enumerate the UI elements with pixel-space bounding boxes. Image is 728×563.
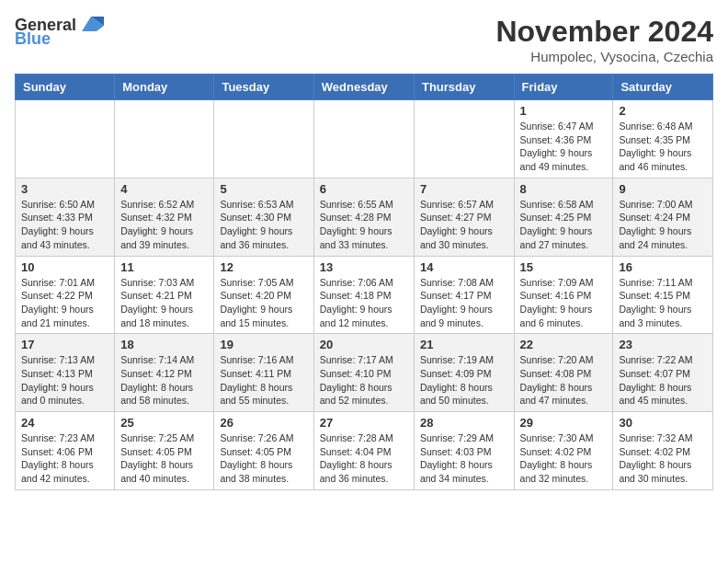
calendar-cell: 14Sunrise: 7:08 AM Sunset: 4:17 PM Dayli… (414, 256, 514, 334)
calendar-week-row: 10Sunrise: 7:01 AM Sunset: 4:22 PM Dayli… (16, 256, 713, 334)
calendar-week-row: 1Sunrise: 6:47 AM Sunset: 4:36 PM Daylig… (16, 100, 713, 178)
day-info: Sunrise: 7:09 AM Sunset: 4:16 PM Dayligh… (520, 276, 608, 330)
day-number: 22 (520, 338, 608, 351)
day-number: 20 (320, 338, 408, 351)
day-number: 4 (120, 182, 208, 196)
calendar-cell: 1Sunrise: 6:47 AM Sunset: 4:36 PM Daylig… (514, 100, 613, 178)
calendar-cell: 13Sunrise: 7:06 AM Sunset: 4:18 PM Dayli… (313, 256, 414, 334)
day-info: Sunrise: 6:53 AM Sunset: 4:30 PM Dayligh… (220, 198, 307, 252)
calendar-cell (115, 100, 214, 178)
day-info: Sunrise: 7:25 AM Sunset: 4:05 PM Dayligh… (120, 431, 208, 486)
day-number: 17 (21, 338, 108, 351)
day-info: Sunrise: 7:22 AM Sunset: 4:07 PM Dayligh… (619, 353, 707, 408)
day-number: 10 (21, 260, 108, 274)
day-number: 3 (21, 182, 108, 196)
day-info: Sunrise: 6:50 AM Sunset: 4:33 PM Dayligh… (21, 198, 108, 252)
calendar-week-row: 3Sunrise: 6:50 AM Sunset: 4:33 PM Daylig… (16, 178, 713, 256)
calendar-cell: 4Sunrise: 6:52 AM Sunset: 4:32 PM Daylig… (115, 178, 214, 256)
logo-blue: Blue (15, 29, 51, 49)
day-info: Sunrise: 6:47 AM Sunset: 4:36 PM Dayligh… (520, 120, 608, 174)
day-number: 13 (320, 260, 408, 274)
logo: General Blue (15, 15, 104, 49)
day-number: 2 (619, 104, 707, 118)
calendar-cell: 2Sunrise: 6:48 AM Sunset: 4:35 PM Daylig… (613, 100, 713, 178)
day-info: Sunrise: 7:01 AM Sunset: 4:22 PM Dayligh… (21, 276, 108, 330)
page-header: General Blue November 2024 Humpolec, Vys… (15, 15, 713, 64)
calendar-header-sunday: Sunday (16, 75, 115, 100)
day-number: 25 (120, 416, 208, 430)
day-info: Sunrise: 7:19 AM Sunset: 4:09 PM Dayligh… (420, 353, 508, 408)
calendar-cell: 17Sunrise: 7:13 AM Sunset: 4:13 PM Dayli… (16, 334, 115, 412)
calendar-cell: 12Sunrise: 7:05 AM Sunset: 4:20 PM Dayli… (214, 256, 313, 334)
day-number: 26 (220, 416, 307, 430)
day-number: 14 (420, 260, 508, 274)
calendar-cell (313, 100, 414, 178)
day-info: Sunrise: 7:28 AM Sunset: 4:04 PM Dayligh… (320, 431, 408, 486)
day-number: 7 (420, 182, 508, 196)
day-number: 11 (120, 260, 208, 274)
calendar-cell: 18Sunrise: 7:14 AM Sunset: 4:12 PM Dayli… (115, 334, 214, 412)
calendar-cell: 29Sunrise: 7:30 AM Sunset: 4:02 PM Dayli… (514, 412, 613, 490)
day-info: Sunrise: 7:30 AM Sunset: 4:02 PM Dayligh… (520, 431, 608, 486)
day-number: 15 (520, 260, 608, 274)
calendar-cell: 20Sunrise: 7:17 AM Sunset: 4:10 PM Dayli… (313, 334, 414, 412)
calendar-cell: 19Sunrise: 7:16 AM Sunset: 4:11 PM Dayli… (214, 334, 313, 412)
calendar-cell: 25Sunrise: 7:25 AM Sunset: 4:05 PM Dayli… (115, 412, 214, 490)
calendar-cell: 15Sunrise: 7:09 AM Sunset: 4:16 PM Dayli… (514, 256, 613, 334)
day-number: 16 (619, 260, 707, 274)
title-area: November 2024 Humpolec, Vysocina, Czechi… (495, 15, 713, 64)
day-info: Sunrise: 7:32 AM Sunset: 4:02 PM Dayligh… (619, 431, 707, 486)
calendar-cell: 3Sunrise: 6:50 AM Sunset: 4:33 PM Daylig… (16, 178, 115, 256)
day-info: Sunrise: 6:48 AM Sunset: 4:35 PM Dayligh… (619, 120, 707, 174)
logo-icon (78, 15, 104, 35)
calendar-header-wednesday: Wednesday (313, 75, 414, 100)
day-info: Sunrise: 6:57 AM Sunset: 4:27 PM Dayligh… (420, 198, 508, 252)
day-info: Sunrise: 7:26 AM Sunset: 4:05 PM Dayligh… (220, 431, 307, 486)
day-number: 28 (420, 416, 508, 430)
day-info: Sunrise: 7:03 AM Sunset: 4:21 PM Dayligh… (120, 276, 208, 330)
day-info: Sunrise: 7:16 AM Sunset: 4:11 PM Dayligh… (220, 353, 307, 408)
day-info: Sunrise: 7:08 AM Sunset: 4:17 PM Dayligh… (420, 276, 508, 330)
calendar-cell: 5Sunrise: 6:53 AM Sunset: 4:30 PM Daylig… (214, 178, 313, 256)
day-number: 29 (520, 416, 608, 430)
calendar-header-thursday: Thursday (414, 75, 514, 100)
day-info: Sunrise: 6:58 AM Sunset: 4:25 PM Dayligh… (520, 198, 608, 252)
day-number: 5 (220, 182, 307, 196)
day-info: Sunrise: 7:17 AM Sunset: 4:10 PM Dayligh… (320, 353, 408, 408)
day-number: 30 (619, 416, 707, 430)
calendar-cell (414, 100, 514, 178)
calendar-header-saturday: Saturday (613, 75, 713, 100)
day-number: 23 (619, 338, 707, 351)
day-number: 8 (520, 182, 608, 196)
day-info: Sunrise: 7:05 AM Sunset: 4:20 PM Dayligh… (220, 276, 307, 330)
day-number: 1 (520, 104, 608, 118)
calendar-cell: 16Sunrise: 7:11 AM Sunset: 4:15 PM Dayli… (613, 256, 713, 334)
calendar-header-row: SundayMondayTuesdayWednesdayThursdayFrid… (16, 75, 713, 100)
calendar-cell: 24Sunrise: 7:23 AM Sunset: 4:06 PM Dayli… (16, 412, 115, 490)
calendar-table: SundayMondayTuesdayWednesdayThursdayFrid… (15, 74, 713, 490)
subtitle: Humpolec, Vysocina, Czechia (495, 49, 713, 64)
day-number: 6 (320, 182, 408, 196)
day-number: 24 (21, 416, 108, 430)
day-info: Sunrise: 7:23 AM Sunset: 4:06 PM Dayligh… (21, 431, 108, 486)
day-info: Sunrise: 7:20 AM Sunset: 4:08 PM Dayligh… (520, 353, 608, 408)
day-number: 27 (320, 416, 408, 430)
day-info: Sunrise: 6:52 AM Sunset: 4:32 PM Dayligh… (120, 198, 208, 252)
day-info: Sunrise: 7:06 AM Sunset: 4:18 PM Dayligh… (320, 276, 408, 330)
day-number: 9 (619, 182, 707, 196)
day-info: Sunrise: 7:29 AM Sunset: 4:03 PM Dayligh… (420, 431, 508, 486)
day-info: Sunrise: 7:13 AM Sunset: 4:13 PM Dayligh… (21, 353, 108, 408)
calendar-header-tuesday: Tuesday (214, 75, 313, 100)
calendar-cell: 23Sunrise: 7:22 AM Sunset: 4:07 PM Dayli… (613, 334, 713, 412)
day-info: Sunrise: 6:55 AM Sunset: 4:28 PM Dayligh… (320, 198, 408, 252)
calendar-cell: 28Sunrise: 7:29 AM Sunset: 4:03 PM Dayli… (414, 412, 514, 490)
calendar-cell: 9Sunrise: 7:00 AM Sunset: 4:24 PM Daylig… (613, 178, 713, 256)
calendar-cell: 11Sunrise: 7:03 AM Sunset: 4:21 PM Dayli… (115, 256, 214, 334)
calendar-cell (214, 100, 313, 178)
calendar-week-row: 17Sunrise: 7:13 AM Sunset: 4:13 PM Dayli… (16, 334, 713, 412)
calendar-header-monday: Monday (115, 75, 214, 100)
calendar-week-row: 24Sunrise: 7:23 AM Sunset: 4:06 PM Dayli… (16, 412, 713, 490)
day-number: 18 (120, 338, 208, 351)
day-info: Sunrise: 7:00 AM Sunset: 4:24 PM Dayligh… (619, 198, 707, 252)
day-info: Sunrise: 7:11 AM Sunset: 4:15 PM Dayligh… (619, 276, 707, 330)
